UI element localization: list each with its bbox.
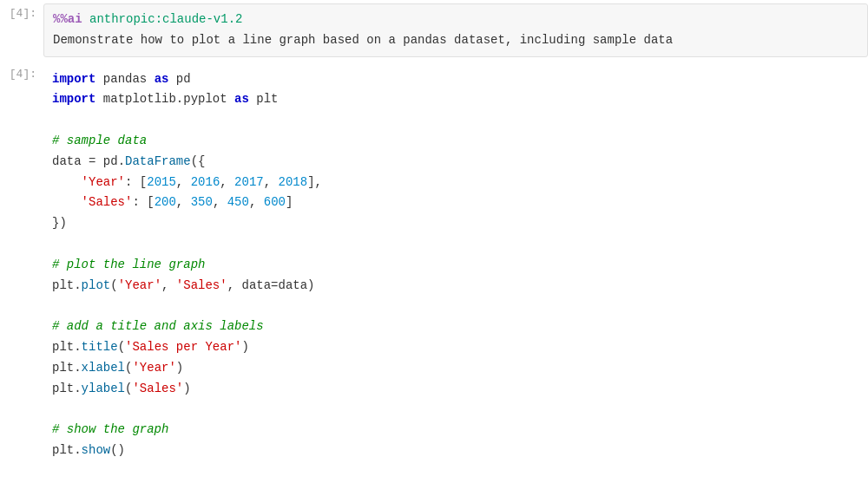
- code-line: plt.show(): [52, 441, 859, 461]
- code-line: 'Sales': [200, 350, 450, 600]: [52, 193, 859, 213]
- code-token: ylabel: [82, 382, 125, 395]
- empty-line: [52, 234, 859, 255]
- code-token: ,: [264, 175, 279, 189]
- code-token: plt: [249, 92, 279, 106]
- code-token: ({: [191, 154, 206, 168]
- code-token: ]: [286, 195, 293, 209]
- code-token: xlabel: [82, 361, 125, 375]
- code-token: as: [155, 72, 169, 86]
- code-token: # add a title and axis labels: [52, 319, 264, 333]
- code-token: 'Year': [118, 278, 161, 292]
- code-token: %%ai: [53, 12, 89, 26]
- code-token: 'Sales per Year': [125, 340, 241, 354]
- code-token: plt.: [52, 443, 82, 457]
- code-line: plt.ylabel('Sales'): [52, 379, 859, 400]
- code-token: 2018: [279, 175, 308, 189]
- notebook-container: [4]:%%ai anthropic:claude-v1.2Demonstrat…: [0, 0, 868, 483]
- code-token: : [: [125, 175, 147, 189]
- code-token: show: [82, 443, 111, 457]
- code-token: ,: [176, 195, 191, 209]
- code-token: ,: [249, 195, 264, 209]
- code-token: # plot the line graph: [52, 258, 205, 271]
- cell-content[interactable]: %%ai anthropic:claude-v1.2Demonstrate ho…: [43, 3, 868, 57]
- code-line: Demonstrate how to plot a line graph bas…: [53, 30, 858, 51]
- code-token: 'Year': [82, 175, 125, 189]
- code-token: DataFrame: [125, 154, 191, 168]
- code-line: plt.xlabel('Year'): [52, 358, 859, 379]
- cell-code: [4]:import pandas as pdimport matplotlib…: [0, 61, 868, 470]
- code-token: 600: [264, 195, 286, 209]
- code-token: ,: [220, 175, 234, 189]
- code-token: as: [234, 92, 249, 106]
- code-line: plt.plot('Year', 'Sales', data=data): [52, 276, 859, 297]
- code-token: ,: [176, 175, 191, 189]
- code-token: (: [118, 340, 125, 354]
- code-token: import: [52, 92, 95, 106]
- code-line: data = pd.DataFrame({: [52, 152, 859, 173]
- code-token: 'Sales': [176, 278, 227, 292]
- code-token: 2017: [234, 175, 264, 189]
- code-line: # add a title and axis labels: [52, 317, 859, 337]
- code-token: 350: [191, 195, 213, 209]
- code-token: }): [52, 216, 67, 230]
- code-line: import pandas as pd: [52, 69, 859, 90]
- code-token: ): [241, 340, 248, 354]
- code-line: import matplotlib.pyplot as plt: [52, 89, 859, 110]
- code-token: , data: [227, 278, 271, 292]
- code-token: import: [52, 72, 95, 86]
- code-token: Demonstrate how to plot a line graph bas…: [53, 33, 673, 47]
- code-token: pandas: [95, 72, 154, 86]
- code-token: matplotlib.pyplot: [95, 92, 234, 106]
- code-line: 'Year': [2015, 2016, 2017, 2018],: [52, 173, 859, 193]
- code-token: anthropic:claude-v1.2: [89, 12, 242, 26]
- cell-content[interactable]: import pandas as pdimport matplotlib.pyp…: [43, 64, 868, 467]
- empty-line: [52, 399, 859, 420]
- code-token: (): [110, 443, 125, 457]
- code-token: ): [176, 361, 183, 375]
- code-token: [52, 195, 82, 209]
- code-token: plt.: [52, 340, 82, 354]
- code-token: 'Sales': [132, 382, 183, 395]
- code-token: 'Sales': [82, 195, 133, 209]
- cell-ai: [4]:%%ai anthropic:claude-v1.2Demonstrat…: [0, 0, 868, 61]
- code-token: ): [183, 382, 190, 395]
- code-token: 2016: [191, 175, 220, 189]
- code-line: }): [52, 213, 859, 234]
- code-token: plt.: [52, 361, 82, 375]
- code-token: =: [82, 154, 103, 168]
- code-token: 'Year': [132, 361, 175, 375]
- empty-line: [52, 110, 859, 131]
- code-line: # show the graph: [52, 420, 859, 441]
- cell-label: [4]:: [0, 64, 43, 467]
- cell-label: [4]:: [0, 3, 43, 57]
- code-line: # sample data: [52, 131, 859, 152]
- code-token: ,: [213, 195, 227, 209]
- code-token: data: [279, 278, 308, 292]
- code-token: 200: [155, 195, 176, 209]
- code-line: # plot the line graph: [52, 255, 859, 276]
- code-line: plt.title('Sales per Year'): [52, 337, 859, 358]
- code-token: : [: [132, 195, 154, 209]
- code-token: # sample data: [52, 134, 147, 147]
- code-token: title: [82, 340, 118, 354]
- code-token: 2015: [147, 175, 176, 189]
- code-token: data: [52, 154, 82, 168]
- code-token: pd.: [103, 154, 125, 168]
- code-line: %%ai anthropic:claude-v1.2: [53, 10, 858, 30]
- code-token: plot: [82, 278, 111, 292]
- code-token: ],: [307, 175, 322, 189]
- code-token: (: [110, 278, 117, 292]
- code-token: ): [307, 278, 314, 292]
- code-token: plt.: [52, 382, 82, 395]
- empty-line: [52, 296, 859, 317]
- code-token: 450: [227, 195, 249, 209]
- code-token: plt.: [52, 278, 82, 292]
- code-token: ,: [161, 278, 176, 292]
- code-token: =: [271, 278, 278, 292]
- code-token: [52, 175, 82, 189]
- code-token: # show the graph: [52, 422, 168, 436]
- code-token: pd: [168, 72, 190, 86]
